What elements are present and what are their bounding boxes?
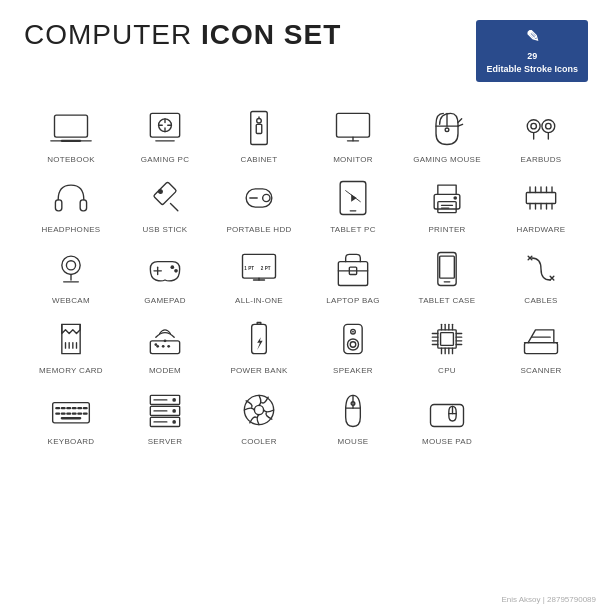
- list-item: USB STICK: [118, 170, 212, 237]
- icon-label: SERVER: [148, 437, 183, 447]
- svg-rect-95: [441, 333, 454, 346]
- list-item: MONITOR: [306, 100, 400, 167]
- icon-label: MEMORY CARD: [39, 366, 103, 376]
- svg-point-56: [66, 261, 75, 270]
- list-item: EARBUDS: [494, 100, 588, 167]
- list-item: MEMORY CARD: [24, 311, 118, 378]
- list-item: CABINET: [212, 100, 306, 167]
- monitor-icon: [329, 104, 377, 152]
- icon-label: LAPTOP BAG: [326, 296, 379, 306]
- list-item: SPEAKER: [306, 311, 400, 378]
- svg-rect-30: [153, 182, 176, 205]
- cables-icon: [517, 245, 565, 293]
- svg-rect-82: [150, 341, 179, 354]
- svg-point-26: [531, 123, 537, 129]
- gaming-pc-icon: [141, 104, 189, 152]
- svg-rect-143: [431, 404, 464, 426]
- svg-point-55: [62, 256, 80, 274]
- icon-label: TABLET PC: [330, 225, 376, 235]
- speaker-icon: [329, 315, 377, 363]
- gaming-mouse-icon: [423, 104, 471, 152]
- svg-rect-72: [440, 256, 455, 278]
- badge-label: Editable Stroke Icons: [486, 63, 578, 76]
- icon-label: MODEM: [149, 366, 181, 376]
- list-item: PORTABLE HDD: [212, 170, 306, 237]
- svg-point-90: [348, 339, 359, 350]
- usb-stick-icon: [141, 174, 189, 222]
- mouse-pad-icon: [423, 386, 471, 434]
- gamepad-icon: [141, 245, 189, 293]
- list-item: HARDWARE: [494, 170, 588, 237]
- svg-line-31: [171, 204, 178, 211]
- earbuds-icon: [517, 104, 565, 152]
- svg-point-22: [527, 119, 540, 132]
- icon-label: ALL-IN-ONE: [235, 296, 283, 306]
- list-item: HEADPHONES: [24, 170, 118, 237]
- notebook-icon: [47, 104, 95, 152]
- list-item: TABLET CASE: [400, 241, 494, 308]
- badge-icon: ✎: [526, 26, 539, 48]
- icon-label: COOLER: [241, 437, 277, 447]
- svg-point-139: [254, 405, 263, 414]
- svg-text:1 PT: 1 PT: [244, 266, 254, 271]
- list-item: WEBCAM: [24, 241, 118, 308]
- icon-label: PORTABLE HDD: [226, 225, 291, 235]
- svg-text:2 PT: 2 PT: [261, 266, 271, 271]
- tablet-case-icon: [423, 245, 471, 293]
- icon-label: GAMEPAD: [144, 296, 186, 306]
- icon-label: SCANNER: [520, 366, 561, 376]
- svg-point-34: [263, 195, 270, 202]
- mouse-icon: [329, 386, 377, 434]
- title-block: COMPUTER ICON SET: [24, 20, 341, 51]
- svg-rect-88: [252, 325, 267, 354]
- headphones-icon: [47, 174, 95, 222]
- icon-label: PRINTER: [428, 225, 465, 235]
- icon-label: CABLES: [524, 296, 557, 306]
- webcam-icon: [47, 245, 95, 293]
- icon-label: MONITOR: [333, 155, 373, 165]
- svg-point-27: [546, 123, 552, 129]
- cooler-icon: [235, 386, 283, 434]
- svg-point-61: [171, 265, 175, 269]
- icon-label: GAMING PC: [141, 155, 189, 165]
- icon-label: TABLET CASE: [419, 296, 476, 306]
- list-item: SERVER: [118, 382, 212, 449]
- svg-point-83: [164, 340, 167, 343]
- icons-grid: NOTEBOOK GAMING PC: [24, 100, 588, 449]
- list-item: GAMING PC: [118, 100, 212, 167]
- page: COMPUTER ICON SET ✎ 29 Editable Stroke I…: [0, 0, 612, 612]
- portable-hdd-icon: [235, 174, 283, 222]
- icon-label: MOUSE: [338, 437, 369, 447]
- icon-label: EARBUDS: [521, 155, 562, 165]
- list-item: GAMING MOUSE: [400, 100, 494, 167]
- icon-label: SPEAKER: [333, 366, 373, 376]
- svg-rect-29: [80, 200, 86, 211]
- svg-rect-3: [150, 113, 179, 137]
- icon-label: CABINET: [241, 155, 278, 165]
- svg-rect-12: [256, 124, 262, 133]
- list-item: COOLER: [212, 382, 306, 449]
- icon-label: WEBCAM: [52, 296, 90, 306]
- svg-line-20: [458, 118, 462, 122]
- modem-icon: [141, 315, 189, 363]
- icon-label: CPU: [438, 366, 456, 376]
- svg-point-87: [167, 345, 170, 348]
- cabinet-icon: [235, 104, 283, 152]
- list-item: GAMEPAD: [118, 241, 212, 308]
- svg-point-23: [542, 119, 555, 132]
- power-bank-icon: [235, 315, 283, 363]
- scanner-icon: [517, 315, 565, 363]
- svg-rect-68: [338, 261, 367, 285]
- header: COMPUTER ICON SET ✎ 29 Editable Stroke I…: [24, 20, 588, 82]
- all-in-one-icon: 1 PT 2 PT: [235, 245, 283, 293]
- hardware-icon: [517, 174, 565, 222]
- svg-point-85: [156, 345, 159, 348]
- list-item: MODEM: [118, 311, 212, 378]
- tablet-pc-icon: [329, 174, 377, 222]
- svg-point-138: [244, 395, 273, 424]
- svg-rect-71: [438, 252, 456, 285]
- page-title: COMPUTER ICON SET: [24, 20, 341, 51]
- icon-label: NOTEBOOK: [47, 155, 95, 165]
- memory-card-icon: [47, 315, 95, 363]
- badge-count: 29: [527, 50, 537, 63]
